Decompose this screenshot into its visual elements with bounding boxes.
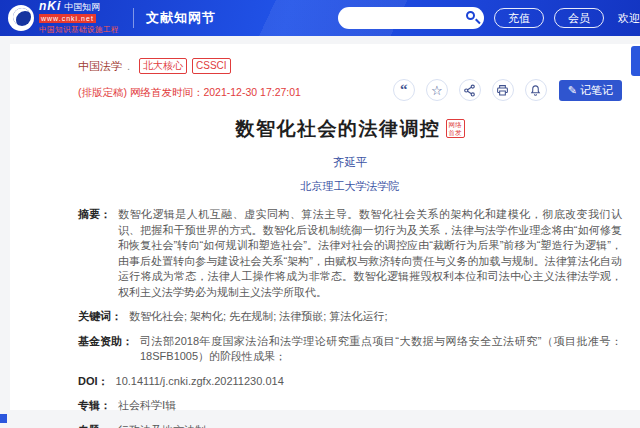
top-header: nKi 中国知网 www.cnki.net 中国知识基础设施工程 文献知网节 充… <box>0 0 640 36</box>
cnki-logo[interactable]: nKi 中国知网 www.cnki.net 中国知识基础设施工程 <box>8 2 119 34</box>
topic-value: 行政法及地方法制 <box>118 423 206 428</box>
pencil-icon: ✎ <box>568 84 577 97</box>
article-card: 中国法学 . 北大核心 CSSCI (排版定稿) 网络首发时间：2021-12-… <box>10 44 640 410</box>
doi-label: DOI： <box>78 374 109 390</box>
online-first-badge-line2: 首发 <box>449 129 462 137</box>
abstract-row: 摘要： 数智化逻辑是人机互融、虚实同构、算法主导。数智化社会关系的架构化和建模化… <box>78 207 622 300</box>
meta-toolbar-row: 中国法学 . 北大核心 CSSCI (排版定稿) 网络首发时间：2021-12-… <box>78 58 622 100</box>
header-divider <box>133 8 134 28</box>
search-button[interactable] <box>463 9 481 27</box>
alert-button[interactable] <box>525 79 547 101</box>
fund-text: 司法部2018年度国家法治和法学理论研究重点项目“大数据与网络安全立法研究”（项… <box>140 334 622 365</box>
article-title: 数智化社会的法律调控 <box>236 118 441 139</box>
logo-brand: nKi <box>39 2 61 11</box>
album-label: 专辑： <box>78 398 111 414</box>
author-link[interactable]: 齐延平 <box>333 156 368 168</box>
member-button[interactable]: 会员 <box>554 8 604 28</box>
affiliation-row: 北京理工大学法学院 <box>78 179 622 194</box>
keywords-label: 关键词： <box>78 309 122 325</box>
note-button-label: 记笔记 <box>580 83 613 98</box>
core-journal-badge: 北大核心 <box>139 58 187 74</box>
site-section-title: 文献知网节 <box>146 9 216 27</box>
article-title-row: 数智化社会的法律调控网络首发 <box>78 116 622 142</box>
note-button[interactable]: ✎ 记笔记 <box>559 80 622 101</box>
logo-brand-cn: 中国知网 <box>64 3 100 12</box>
print-button[interactable] <box>492 79 514 101</box>
topic-row: 专题： 行政法及地方法制 <box>78 423 622 428</box>
welcome-text: 欢迎 <box>618 11 640 26</box>
journal-separator: . <box>127 60 130 72</box>
search-box <box>338 7 484 29</box>
cssci-badge: CSSCI <box>192 58 231 74</box>
affiliation-link[interactable]: 北京理工大学法学院 <box>301 180 400 192</box>
author-row: 齐延平 <box>78 155 622 170</box>
alert-bell-icon <box>529 84 542 97</box>
page: nKi 中国知网 www.cnki.net 中国知识基础设施工程 文献知网节 充… <box>0 0 640 428</box>
online-first-badge: 网络首发 <box>446 119 465 138</box>
journal-row: 中国法学 . 北大核心 CSSCI <box>78 58 301 74</box>
favorite-button[interactable]: ☆ <box>426 79 448 101</box>
cite-quote-icon: “ <box>400 86 408 94</box>
side-toolbar-tab[interactable] <box>631 46 640 76</box>
print-icon <box>496 84 509 97</box>
fund-label: 基金资助： <box>78 334 133 365</box>
keywords-text[interactable]: 数智化社会; 架构化; 先在规制; 法律预嵌; 算法化运行; <box>129 309 388 325</box>
online-first-badge-line1: 网络 <box>449 121 462 129</box>
cnki-globe-icon <box>8 5 34 31</box>
share-button[interactable] <box>459 79 481 101</box>
recharge-button[interactable]: 充值 <box>494 8 544 28</box>
keywords-row: 关键词： 数智化社会; 架构化; 先在规制; 法律预嵌; 算法化运行; <box>78 309 622 325</box>
logo-slogan: 中国知识基础设施工程 <box>39 25 119 34</box>
logo-url: www.cnki.net <box>39 14 96 23</box>
cite-button[interactable]: “ <box>393 79 415 101</box>
album-value: 社会科学Ⅰ辑 <box>118 398 176 414</box>
doi-value: 10.14111/j.cnki.zgfx.20211230.014 <box>116 374 284 390</box>
header-right: 充值 会员 欢迎 <box>338 7 640 29</box>
search-icon <box>466 11 475 20</box>
share-icon <box>463 84 476 97</box>
album-row: 专辑： 社会科学Ⅰ辑 <box>78 398 622 414</box>
fund-row: 基金资助： 司法部2018年度国家法治和法学理论研究重点项目“大数据与网络安全立… <box>78 334 622 365</box>
journal-link[interactable]: 中国法学 <box>78 59 122 74</box>
topic-label: 专题： <box>78 423 111 428</box>
cnki-logo-text: nKi 中国知网 www.cnki.net 中国知识基础设施工程 <box>39 2 119 34</box>
doi-row: DOI： 10.14111/j.cnki.zgfx.20211230.014 <box>78 374 622 390</box>
favorite-star-icon: ☆ <box>431 84 443 97</box>
online-publish-time: (排版定稿) 网络首发时间：2021-12-30 17:27:01 <box>78 86 301 100</box>
abstract-label: 摘要： <box>78 207 111 300</box>
source-meta: 中国法学 . 北大核心 CSSCI (排版定稿) 网络首发时间：2021-12-… <box>78 58 301 100</box>
abstract-text: 数智化逻辑是人机互融、虚实同构、算法主导。数智化社会关系的架构化和建模化，彻底改… <box>118 207 622 300</box>
corner-widget[interactable] <box>0 414 7 423</box>
article-toolbar: “ ☆ <box>382 79 622 101</box>
